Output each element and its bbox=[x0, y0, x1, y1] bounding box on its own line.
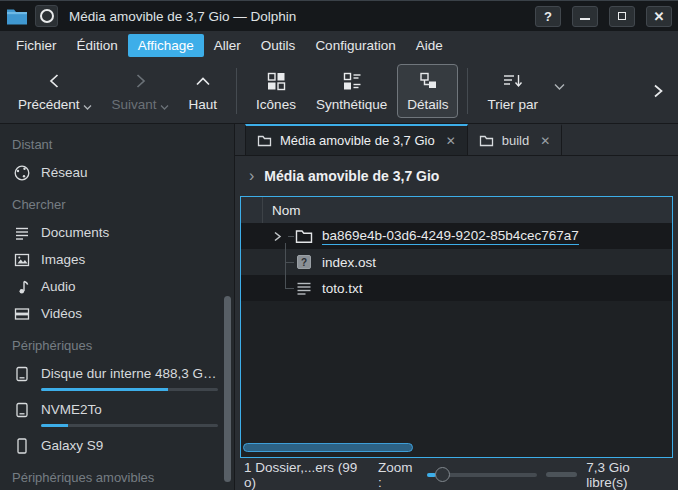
status-bar: 1 Dossier,...ers (99 o) Zoom : 7,3 Gio l… bbox=[235, 458, 678, 490]
section-header-peripheriques-amovibles: Périphériques amovibles bbox=[0, 459, 234, 490]
sidebar-item-nvme2to[interactable]: NVME2To bbox=[0, 396, 234, 432]
places-panel: Distant Réseau Chercher bbox=[0, 124, 235, 490]
close-icon: ✕ bbox=[654, 9, 665, 24]
sidebar-item-images[interactable]: Images bbox=[0, 246, 234, 273]
up-button[interactable]: Haut bbox=[179, 64, 228, 118]
zoom-slider-handle[interactable] bbox=[435, 467, 450, 482]
column-header-nom[interactable]: Nom bbox=[263, 203, 301, 218]
image-icon bbox=[13, 251, 31, 269]
unknown-file-icon: ? bbox=[295, 255, 313, 269]
menu-outils[interactable]: Outils bbox=[251, 34, 306, 57]
section-header-distant: Distant bbox=[0, 126, 234, 159]
menu-fichier[interactable]: Fichier bbox=[6, 34, 67, 57]
column-header-row: Nom bbox=[241, 197, 672, 223]
zoom-slider[interactable] bbox=[427, 467, 537, 483]
sort-icon bbox=[501, 70, 525, 92]
forward-button[interactable]: Suivant bbox=[102, 64, 179, 118]
toolbar-overflow-button[interactable] bbox=[646, 76, 670, 106]
sidebar-item-label: Images bbox=[41, 252, 85, 267]
help-button[interactable]: ? bbox=[535, 6, 561, 27]
folder-icon bbox=[295, 229, 313, 244]
sort-by-button[interactable]: Trier par bbox=[477, 64, 548, 118]
file-name[interactable]: index.ost bbox=[322, 255, 376, 270]
chevron-down-icon bbox=[83, 104, 92, 111]
chevron-right-icon bbox=[650, 80, 666, 102]
minimize-icon bbox=[580, 18, 590, 20]
breadcrumb-location[interactable]: Média amovible de 3,7 Gio bbox=[264, 168, 439, 184]
compact-view-button[interactable]: Synthétique bbox=[306, 64, 397, 118]
chevron-right-icon bbox=[129, 70, 151, 92]
file-row-toto-txt[interactable]: toto.txt bbox=[241, 275, 672, 301]
app-folder-icon bbox=[6, 7, 28, 25]
music-note-icon bbox=[13, 278, 31, 296]
back-label: Précédent bbox=[18, 97, 80, 112]
sidebar-item-label: Disque dur interne 488,3 G… bbox=[41, 366, 217, 381]
breadcrumb-chevron-icon[interactable]: › bbox=[249, 167, 254, 185]
free-space-text: 7,3 Gio libre(s) bbox=[586, 460, 669, 490]
maximize-button[interactable] bbox=[609, 6, 635, 27]
tab-close-icon[interactable]: ✕ bbox=[540, 134, 550, 148]
sidebar-item-documents[interactable]: Documents bbox=[0, 219, 234, 246]
sort-dropdown-chevron-icon[interactable] bbox=[554, 83, 565, 91]
file-row-index-ost[interactable]: ? index.ost bbox=[241, 249, 672, 275]
forward-label: Suivant bbox=[112, 97, 157, 112]
free-space-bar bbox=[546, 472, 578, 477]
tree-line bbox=[285, 243, 286, 288]
details-label: Détails bbox=[407, 97, 448, 112]
sidebar-item-label: Réseau bbox=[41, 165, 88, 180]
menubar: Fichier Édition Affichage Aller Outils C… bbox=[0, 31, 678, 59]
tab-label: build bbox=[502, 133, 529, 148]
maximize-icon bbox=[618, 12, 626, 20]
tab-label: Média amovible de 3,7 Gio bbox=[280, 133, 435, 148]
folder-icon bbox=[257, 134, 272, 147]
menu-aide[interactable]: Aide bbox=[406, 34, 453, 57]
titlebar-app-menu-button[interactable] bbox=[35, 5, 58, 27]
menu-aller[interactable]: Aller bbox=[204, 34, 251, 57]
sidebar-item-reseau[interactable]: Réseau bbox=[0, 159, 234, 186]
sidebar-item-disque-interne[interactable]: Disque dur interne 488,3 G… bbox=[0, 360, 234, 396]
titlebar: Média amovible de 3,7 Gio — Dolphin ? ✕ bbox=[0, 1, 678, 31]
menu-affichage[interactable]: Affichage bbox=[128, 34, 204, 57]
file-name[interactable]: toto.txt bbox=[322, 281, 363, 296]
tab-build[interactable]: build ✕ bbox=[468, 124, 563, 155]
toolbar: Précédent Suivant Haut bbox=[0, 59, 678, 124]
file-row-folder[interactable]: ba869e4b-03d6-4249-9202-85b4cec767a7 bbox=[241, 223, 672, 249]
expander-column bbox=[241, 197, 263, 223]
chevron-down-icon bbox=[160, 104, 169, 111]
document-lines-icon bbox=[13, 224, 31, 242]
ring-icon bbox=[40, 9, 54, 23]
details-view-button[interactable]: Détails bbox=[397, 64, 458, 118]
disk-usage-bar bbox=[41, 424, 218, 427]
file-view: Nom ba869e4b-03d6-4249-9202-85b4cec767a7 bbox=[240, 196, 673, 458]
sidebar-item-galaxy-s9[interactable]: Galaxy S9 bbox=[0, 432, 234, 459]
tree-line bbox=[288, 236, 294, 237]
close-button[interactable]: ✕ bbox=[646, 6, 672, 27]
sidebar-item-audio[interactable]: Audio bbox=[0, 273, 234, 300]
sidebar-item-label: Galaxy S9 bbox=[41, 438, 103, 453]
back-button[interactable]: Précédent bbox=[8, 64, 102, 118]
sidebar-scrollbar[interactable] bbox=[224, 296, 231, 482]
file-name[interactable]: ba869e4b-03d6-4249-9202-85b4cec767a7 bbox=[322, 228, 579, 245]
tab-bar: Média amovible de 3,7 Gio ✕ build ✕ bbox=[235, 124, 678, 156]
smartphone-icon bbox=[13, 437, 31, 455]
tree-expander-icon[interactable] bbox=[271, 230, 283, 243]
minimize-button[interactable] bbox=[572, 6, 598, 27]
menu-edition[interactable]: Édition bbox=[67, 34, 128, 57]
toolbar-separator bbox=[467, 68, 468, 114]
tree-line bbox=[285, 262, 294, 263]
tab-close-icon[interactable]: ✕ bbox=[446, 134, 456, 148]
horizontal-scrollbar[interactable] bbox=[243, 443, 413, 452]
menu-configuration[interactable]: Configuration bbox=[305, 34, 405, 57]
hard-drive-icon bbox=[13, 401, 31, 419]
breadcrumb: › Média amovible de 3,7 Gio bbox=[235, 156, 678, 196]
details-view-icon bbox=[417, 70, 439, 92]
sidebar-item-label: Audio bbox=[41, 279, 76, 294]
tab-media-amovible[interactable]: Média amovible de 3,7 Gio ✕ bbox=[245, 124, 468, 155]
tree-line bbox=[285, 288, 294, 289]
icons-view-button[interactable]: Icônes bbox=[246, 64, 306, 118]
section-header-chercher: Chercher bbox=[0, 186, 234, 219]
sidebar-item-label: Documents bbox=[41, 225, 109, 240]
sidebar-item-videos[interactable]: Vidéos bbox=[0, 300, 234, 327]
network-icon bbox=[13, 164, 31, 182]
toolbar-separator bbox=[236, 68, 237, 114]
